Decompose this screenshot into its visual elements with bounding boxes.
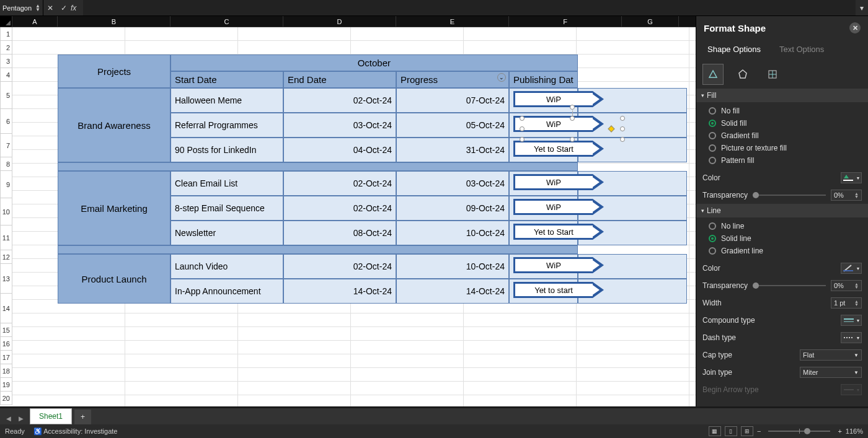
- col-header-F[interactable]: F: [509, 16, 622, 27]
- zoom-in-button[interactable]: +: [838, 427, 841, 435]
- row-header[interactable]: 17: [0, 351, 12, 364]
- expand-formula-bar-icon[interactable]: ▾: [856, 4, 868, 12]
- fill-option[interactable]: Gradient fill: [701, 129, 863, 142]
- cell-progress[interactable]: WiP: [509, 196, 578, 221]
- cell-progress[interactable]: WiP: [509, 254, 578, 279]
- cell-start[interactable]: 08-Oct-24: [283, 221, 396, 245]
- cell-progress[interactable]: WiP: [509, 171, 578, 196]
- col-header-B[interactable]: B: [58, 16, 170, 27]
- selected-shape-handles[interactable]: [522, 118, 622, 139]
- resize-handle[interactable]: [570, 116, 575, 121]
- fill-color-swatch[interactable]: ▼: [841, 172, 862, 183]
- name-box[interactable]: Pentagon ▲▼: [0, 0, 43, 15]
- cell-task[interactable]: Newsletter: [170, 221, 283, 245]
- cell-end[interactable]: 14-Oct-24: [396, 279, 509, 304]
- progress-shape[interactable]: WiP: [513, 174, 606, 190]
- cell-task[interactable]: 8-step Email Sequence: [170, 196, 283, 221]
- row-header[interactable]: 20: [0, 392, 12, 405]
- col-header-C[interactable]: C: [170, 16, 283, 27]
- cell-progress[interactable]: Yet to Start: [509, 138, 578, 162]
- row-header[interactable]: 3: [0, 55, 12, 68]
- fill-line-icon[interactable]: [702, 64, 724, 85]
- cell-task[interactable]: 90 Posts for LinkedIn: [170, 138, 283, 162]
- row-header[interactable]: 4: [0, 68, 12, 82]
- col-header-G[interactable]: G: [622, 16, 679, 27]
- fill-option[interactable]: Solid fill: [701, 117, 863, 129]
- row-header[interactable]: 1: [0, 27, 12, 41]
- line-option[interactable]: Gradient line: [701, 245, 863, 257]
- progress-shape[interactable]: WiP: [513, 91, 606, 107]
- cell-progress[interactable]: Yet to start: [509, 279, 578, 304]
- resize-handle[interactable]: [620, 137, 625, 142]
- rotate-handle[interactable]: [570, 105, 575, 110]
- zoom-level[interactable]: 116%: [846, 427, 863, 435]
- cell-task[interactable]: Launch Video: [170, 254, 283, 279]
- row-header[interactable]: 8: [0, 157, 12, 171]
- name-box-stepper[interactable]: ▲▼: [35, 4, 40, 12]
- cancel-formula-icon[interactable]: ✕: [43, 4, 57, 12]
- dash-type-select[interactable]: ▼: [841, 332, 862, 343]
- cell-start[interactable]: 02-Oct-24: [283, 196, 396, 221]
- line-width-input[interactable]: 1 pt▲▼: [831, 297, 862, 309]
- cell-task[interactable]: In-App Announcement: [170, 279, 283, 304]
- compound-type-select[interactable]: ▼: [841, 315, 862, 326]
- fill-transparency-input[interactable]: 0%▲▼: [831, 190, 862, 201]
- cell-end[interactable]: 05-Oct-24: [396, 113, 509, 138]
- progress-shape[interactable]: Yet to Start: [513, 141, 606, 157]
- row-header[interactable]: 16: [0, 337, 12, 351]
- resize-handle[interactable]: [520, 137, 525, 142]
- resize-handle[interactable]: [570, 137, 575, 142]
- row-header[interactable]: 18: [0, 364, 12, 378]
- row-header[interactable]: 10: [0, 198, 12, 226]
- cell-end[interactable]: 31-Oct-24: [396, 138, 509, 162]
- cell-start[interactable]: 04-Oct-24: [283, 138, 396, 162]
- row-header[interactable]: 11: [0, 226, 12, 250]
- adjust-handle[interactable]: [608, 125, 614, 132]
- line-section-header[interactable]: ▾Line: [696, 204, 868, 217]
- cell-start[interactable]: 02-Oct-24: [283, 171, 396, 196]
- row-header[interactable]: 15: [0, 323, 12, 337]
- confirm-formula-icon[interactable]: ✓: [57, 4, 71, 12]
- sheet-nav-next-icon[interactable]: ▶: [16, 413, 26, 424]
- line-color-swatch[interactable]: ▼: [841, 263, 862, 274]
- row-header[interactable]: 12: [0, 250, 12, 264]
- zoom-out-button[interactable]: −: [757, 427, 761, 435]
- row-header[interactable]: 13: [0, 264, 12, 294]
- row-header[interactable]: 2: [0, 41, 12, 55]
- accessibility-status[interactable]: ♿ Accessibility: Investigate: [33, 427, 118, 436]
- resize-handle[interactable]: [620, 116, 625, 121]
- col-header-E[interactable]: E: [396, 16, 509, 27]
- cell-end[interactable]: 03-Oct-24: [396, 171, 509, 196]
- row-header[interactable]: 9: [0, 171, 12, 198]
- cell-progress[interactable]: Yet to Start: [509, 221, 578, 245]
- cell-task[interactable]: Referral Programmes: [170, 113, 283, 138]
- size-properties-icon[interactable]: [762, 64, 783, 85]
- progress-shape[interactable]: WiP: [513, 199, 606, 215]
- tab-text-options[interactable]: Text Options: [779, 45, 824, 54]
- tab-shape-options[interactable]: Shape Options: [707, 45, 761, 54]
- fill-option[interactable]: No fill: [701, 105, 863, 117]
- view-normal-icon[interactable]: ▦: [709, 426, 721, 436]
- formula-input[interactable]: [83, 0, 856, 15]
- fill-option[interactable]: Pattern fill: [701, 154, 863, 167]
- line-option[interactable]: No line: [701, 220, 863, 232]
- cell-task[interactable]: Halloween Meme: [170, 88, 283, 113]
- resize-handle[interactable]: [620, 126, 625, 131]
- row-header[interactable]: 5: [0, 82, 12, 109]
- cell-task[interactable]: Clean Email List: [170, 171, 283, 196]
- effects-icon[interactable]: [732, 64, 753, 85]
- select-all-cell[interactable]: [0, 16, 12, 27]
- row-header[interactable]: 19: [0, 378, 12, 392]
- view-page-break-icon[interactable]: ⊞: [741, 426, 753, 436]
- col-header-D[interactable]: D: [283, 16, 396, 27]
- cell-end[interactable]: 10-Oct-24: [396, 221, 509, 245]
- progress-shape[interactable]: WiP: [513, 257, 606, 273]
- sheet-nav-prev-icon[interactable]: ◀: [4, 413, 14, 424]
- cell-start[interactable]: 02-Oct-24: [283, 88, 396, 113]
- zoom-slider[interactable]: [768, 431, 830, 432]
- line-option[interactable]: Solid line: [701, 232, 863, 245]
- resize-handle[interactable]: [520, 116, 525, 121]
- sheet-tab-active[interactable]: Sheet1: [30, 408, 72, 424]
- progress-shape[interactable]: Yet to Start: [513, 224, 606, 240]
- cell-progress[interactable]: WiP: [509, 88, 578, 113]
